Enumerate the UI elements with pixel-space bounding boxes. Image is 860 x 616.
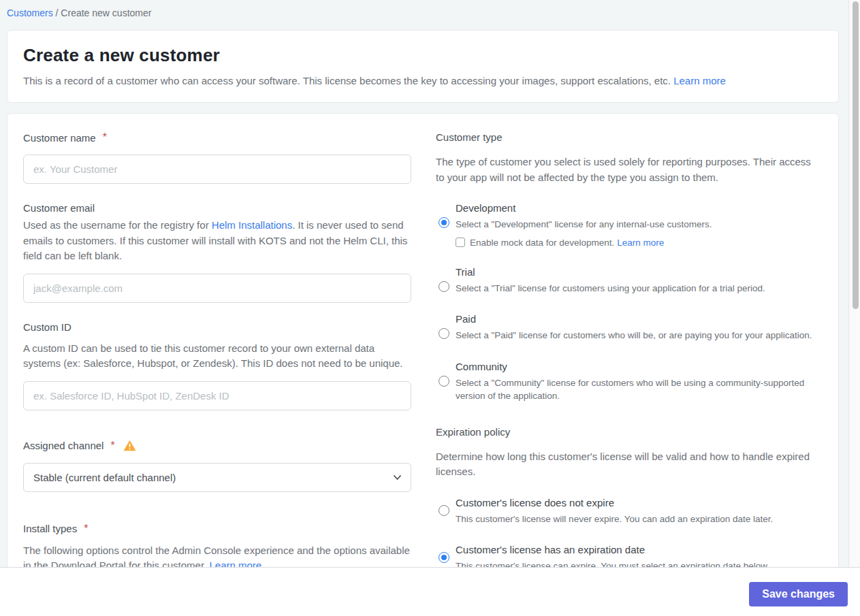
customer-email-label: Customer email	[23, 202, 411, 214]
page-title: Create a new customer	[23, 45, 823, 66]
customer-type-option-trial: Trial Select a "Trial" license for custo…	[436, 266, 812, 295]
header-learn-more-link[interactable]: Learn more	[673, 75, 726, 86]
install-types-description: The following options control the Admin …	[23, 543, 411, 568]
page-header-card: Create a new customer This is a record o…	[7, 30, 839, 103]
option-description: Select a "Paid" license for customers wh…	[456, 329, 812, 342]
scroll-content: Customers / Create new customer Create a…	[0, 0, 848, 567]
required-asterisk: *	[84, 523, 88, 535]
option-text: Development Select a "Development" licen…	[456, 202, 712, 248]
customer-form-card: Customer name * Customer email Used as t…	[7, 113, 839, 567]
option-text: Customer's license has an expiration dat…	[456, 544, 769, 567]
customer-type-option-community: Community Select a "Community" license f…	[436, 361, 812, 403]
customer-type-description: The type of customer you select is used …	[436, 155, 812, 185]
assigned-channel-label: Assigned channel	[23, 440, 103, 451]
option-description: This customer's license can expire. You …	[456, 560, 769, 567]
option-text: Community Select a "Community" license f…	[456, 361, 812, 403]
custom-id-description: A custom ID can be used to tie this cust…	[23, 341, 411, 372]
option-description: Select a "Development" license for any i…	[456, 218, 712, 231]
save-button[interactable]: Save changes	[749, 582, 848, 606]
scrollbar-thumb[interactable]	[853, 1, 859, 309]
assigned-channel-select-wrap: Stable (current default channel)	[23, 463, 411, 492]
warning-icon	[123, 440, 136, 451]
customer-email-input[interactable]	[23, 274, 411, 303]
option-text: Paid Select a "Paid" license for custome…	[456, 313, 812, 342]
radio-development[interactable]	[439, 217, 449, 228]
option-description: This customer's license will never expir…	[456, 513, 773, 526]
radio-community[interactable]	[439, 376, 449, 387]
expiration-option-no-expire: Customer's license does not expire This …	[436, 497, 812, 526]
custom-id-label: Custom ID	[23, 321, 411, 333]
option-title: Customer's license has an expiration dat…	[456, 544, 769, 555]
assigned-channel-label-row: Assigned channel *	[23, 440, 411, 452]
mock-data-learn-more-link[interactable]: Learn more	[617, 238, 664, 248]
customer-type-option-development: Development Select a "Development" licen…	[436, 202, 812, 248]
customer-name-input[interactable]	[23, 155, 411, 184]
install-types-label: Install types	[23, 523, 77, 534]
form-right-column: Customer type The type of customer you s…	[436, 131, 812, 567]
option-description: Select a "Community" license for custome…	[456, 376, 812, 403]
mock-data-checkbox[interactable]	[456, 238, 465, 247]
option-title: Trial	[456, 266, 765, 278]
option-title: Customer's license does not expire	[456, 497, 773, 508]
required-asterisk: *	[110, 440, 114, 452]
form-left-column: Customer name * Customer email Used as t…	[23, 131, 411, 567]
footer-bar: Save changes	[0, 567, 860, 616]
option-title: Development	[456, 202, 712, 214]
custom-id-input[interactable]	[23, 381, 411, 410]
option-description: Select a "Trial" license for customers u…	[456, 282, 765, 295]
mock-data-checkbox-row: Enable mock data for development. Learn …	[456, 238, 712, 248]
radio-license-has-expiration[interactable]	[439, 552, 449, 563]
radio-trial[interactable]	[439, 281, 449, 292]
customer-email-description: Used as the username for the registry fo…	[23, 218, 411, 264]
radio-license-no-expire[interactable]	[439, 505, 449, 516]
mock-data-checkbox-label: Enable mock data for development. Learn …	[470, 238, 664, 248]
assigned-channel-select[interactable]: Stable (current default channel)	[23, 463, 411, 492]
expiration-policy-description: Determine how long this customer's licen…	[436, 449, 812, 480]
required-asterisk: *	[103, 131, 107, 144]
install-types-learn-more-link[interactable]: Learn more	[209, 560, 261, 567]
option-title: Community	[456, 361, 812, 372]
customer-type-option-paid: Paid Select a "Paid" license for custome…	[436, 313, 812, 342]
customer-name-label-row: Customer name *	[23, 131, 411, 144]
install-types-label-row: Install types *	[23, 523, 411, 535]
page-description: This is a record of a customer who can a…	[23, 75, 823, 86]
option-text: Customer's license does not expire This …	[456, 497, 773, 526]
customer-type-options: Development Select a "Development" licen…	[436, 202, 812, 403]
expiration-option-has-expiration: Customer's license has an expiration dat…	[436, 544, 812, 567]
breadcrumb-link-customers[interactable]: Customers	[7, 7, 53, 18]
option-title: Paid	[456, 313, 812, 325]
customer-type-label: Customer type	[436, 131, 812, 143]
vertical-scrollbar[interactable]	[848, 0, 860, 567]
breadcrumb: Customers / Create new customer	[0, 0, 848, 18]
expiration-policy-options: Customer's license does not expire This …	[436, 497, 812, 567]
customer-name-label: Customer name	[23, 132, 96, 144]
expiration-policy-label: Expiration policy	[436, 426, 812, 438]
breadcrumb-current: Create new customer	[61, 7, 151, 18]
radio-paid[interactable]	[439, 328, 449, 339]
helm-installations-link[interactable]: Helm Installations	[212, 219, 292, 231]
option-text: Trial Select a "Trial" license for custo…	[456, 266, 765, 295]
